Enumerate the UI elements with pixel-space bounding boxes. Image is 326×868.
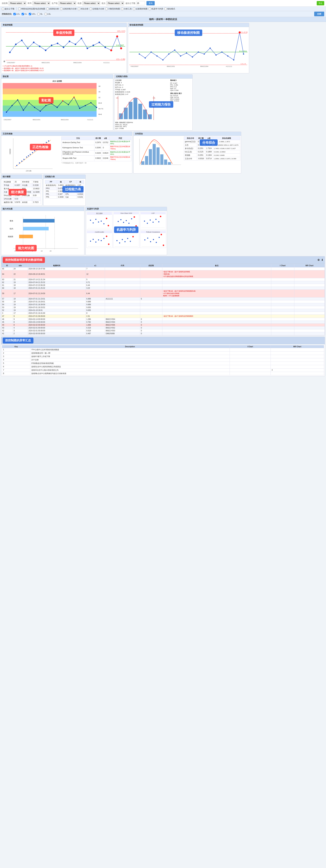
svg-text:C06225007: C06225007 xyxy=(4,119,11,121)
toolbar-checkbox-10[interactable] xyxy=(164,8,167,10)
toolbar-label-5: 过程能力分析 xyxy=(93,7,104,10)
data-row-1: 64222024-09-10 18:40:5112• 超过下限1条：超2个连续到… xyxy=(1,270,325,278)
svg-point-38 xyxy=(168,54,169,55)
svg-point-48 xyxy=(227,56,228,57)
normality-qqplot: 实验数据 正常分数 xyxy=(2,136,60,173)
data-row-11: 52192024-01-18 18:019.005 xyxy=(1,309,325,312)
svg-point-4 xyxy=(15,43,17,45)
toolbar-checkbox-1[interactable] xyxy=(18,8,21,10)
query-button[interactable]: 查询 xyxy=(146,1,155,5)
norm-p-3: 0.0246 xyxy=(102,155,109,161)
rainbow-title-text: 彩虹图 xyxy=(3,75,8,78)
toolbar-checkbox-9[interactable] xyxy=(149,8,151,10)
dist-content: 分布拟合 xyxy=(134,136,241,170)
material-select[interactable]: Please select xyxy=(32,1,50,5)
toolbar-checkbox-7[interactable] xyxy=(121,8,123,10)
toolbar-checkbox-8[interactable] xyxy=(133,8,135,10)
export-button[interactable]: 导出 xyxy=(317,1,324,5)
stats-summary-content: 统计摘要 样品数量 25 样本类型 不群组 平均值 6.1657 中 xyxy=(1,179,42,206)
toolbar-item-5[interactable]: 过程能力分析 xyxy=(90,7,104,10)
capacity-comparison-label: 能力对比图 xyxy=(15,245,37,251)
svg-point-110 xyxy=(32,152,33,153)
ctrl-lcl[interactable]: LCL xyxy=(13,13,20,15)
svg-text:A111111: A111111 xyxy=(87,119,93,121)
svg-point-44 xyxy=(203,54,205,55)
svg-point-42 xyxy=(192,56,193,58)
toolbar-item-1[interactable]: 单喷动态特征图/动态控制图 xyxy=(18,7,45,10)
svg-point-41 xyxy=(186,53,187,54)
toolbar-item-0[interactable]: 超出公于数 xyxy=(2,7,14,10)
svg-point-50 xyxy=(238,31,240,33)
line-select[interactable]: Please select xyxy=(58,1,76,5)
ctrl-lcl-label: LCL xyxy=(16,13,20,15)
ctrl-cl-checkbox[interactable] xyxy=(22,13,24,15)
svg-point-151 xyxy=(106,218,107,219)
process-cap-table-label: 过程能力表 xyxy=(62,186,84,192)
capacity-comparison-title: 能力对比图 xyxy=(1,207,84,211)
stats-summary-title: 统计摘要 xyxy=(1,175,42,179)
toolbar-item-3[interactable]: 过程控制力分析 xyxy=(60,7,77,10)
toolbar-checkbox-5[interactable] xyxy=(90,8,92,10)
toolbar-checkbox-2[interactable] xyxy=(46,8,48,10)
dist-stat-3: 0.2125 xyxy=(197,150,205,154)
data-detail-table-section[interactable]: ID site 检测时间 e1 代号 供应商 备注 I Chart MR Cha… xyxy=(1,264,325,335)
norm-result-2: 数据符合正态分布(置信水平95%) xyxy=(109,150,131,155)
export-icon[interactable]: ⬇ xyxy=(321,258,323,261)
dist-p-5: 0.0714 xyxy=(205,157,213,160)
toolbar-label-10: 报告模式 xyxy=(167,7,175,10)
ctrl-lsl-label: LSL xyxy=(47,13,51,15)
svg-point-146 xyxy=(93,222,94,223)
svg-rect-137 xyxy=(23,219,55,222)
svg-point-33 xyxy=(139,54,140,55)
toolbar-item-10[interactable]: 报告模式 xyxy=(164,7,175,10)
toolbar-checkbox-4[interactable] xyxy=(78,8,80,10)
ctrl-sl[interactable]: SL xyxy=(37,13,42,15)
toolbar-item-6[interactable]: 计数型控制图 xyxy=(105,7,120,10)
toolbar-item-8[interactable]: 过渡期控制图 xyxy=(133,7,148,10)
toolbar-checkbox-0[interactable] xyxy=(2,8,4,10)
ml-chart-3: AutoEncoder xyxy=(86,230,112,248)
moving-range-title: 移动极差控制图 xyxy=(128,23,249,27)
ctrl-ucl[interactable]: UCL xyxy=(29,13,36,15)
toolbar-label-2: 多群组分析 xyxy=(49,7,59,10)
normality-title: 正态性检验 xyxy=(1,132,132,136)
lcl-label: LCL=-1.892 xyxy=(116,58,125,60)
supplier-select[interactable]: Please select xyxy=(8,1,26,5)
anomaly-row-4: 52/3的数超过2倍标准差(同侧) xyxy=(2,362,324,365)
ctrl-lcl-checkbox[interactable] xyxy=(13,13,16,15)
analyze-button[interactable]: 分析 xyxy=(314,12,324,16)
toolbar-item-4[interactable]: 对比分析 xyxy=(78,7,89,10)
svg-rect-128 xyxy=(164,159,167,164)
ctrl-ucl-checkbox[interactable] xyxy=(29,13,31,15)
filter-icon[interactable]: ⚙ xyxy=(318,258,320,261)
line-label: 生产线 xyxy=(52,2,58,5)
ctrl-lsl-checkbox[interactable] xyxy=(44,13,47,15)
cap-row4-ppval: 0.3008 xyxy=(57,195,65,198)
data-row-20: 4022024-02-00 00:00:002.768ARN2/500B6 xyxy=(1,335,325,335)
data-row-0: 65242024-09-10 18:47:567 xyxy=(1,267,325,270)
ctrl-lsl[interactable]: LSL xyxy=(44,13,51,15)
ml-canvas-0 xyxy=(87,215,112,229)
toolbar-checkbox-3[interactable] xyxy=(60,8,62,10)
machine-select[interactable]: Please select xyxy=(82,1,100,5)
svg-point-22 xyxy=(120,48,122,50)
batch-select[interactable]: Please select xyxy=(106,1,124,5)
dist-name-3: t分(正态) xyxy=(184,150,197,154)
machine-label: 机器 xyxy=(77,2,82,5)
svg-point-164 xyxy=(147,223,148,224)
dist-params-4: 0.2190, 5.8495 xyxy=(213,154,240,157)
toolbar-checkbox-6[interactable] xyxy=(105,8,108,10)
svg-point-167 xyxy=(155,219,157,220)
ml-chart-5: Robust Covariance xyxy=(140,230,166,248)
ctrl-cl[interactable]: CL xyxy=(22,13,27,15)
dist-name-1: 正态 xyxy=(184,143,197,147)
ctrl-sl-checkbox[interactable] xyxy=(37,13,40,15)
toolbar-item-2[interactable]: 多群组分析 xyxy=(46,7,59,10)
toolbar-item-7[interactable]: 分析工具 xyxy=(121,7,132,10)
ml-chart-2: LOF xyxy=(140,212,166,230)
svg-point-176 xyxy=(103,238,104,239)
toolbar-item-9[interactable]: 机器学习判异 xyxy=(149,7,163,10)
sample-size-input[interactable] xyxy=(136,1,145,5)
ml-chart-4: DBSCAN xyxy=(113,230,139,248)
svg-point-178 xyxy=(108,244,109,245)
